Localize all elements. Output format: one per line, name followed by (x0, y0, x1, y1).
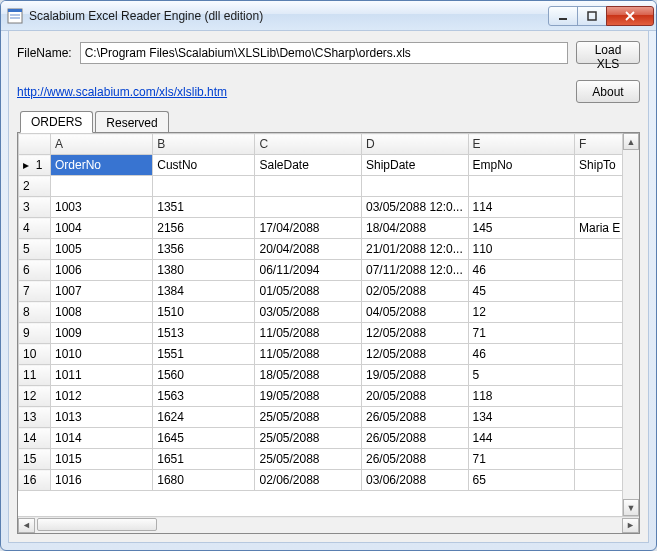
row-header[interactable]: 15 (19, 449, 51, 470)
column-header[interactable]: B (153, 134, 255, 155)
cell[interactable]: 1563 (153, 386, 255, 407)
cell[interactable] (255, 176, 362, 197)
cell[interactable]: ShipDate (362, 155, 469, 176)
table-row[interactable]: ▸ 1OrderNoCustNoSaleDateShipDateEmpNoShi… (19, 155, 639, 176)
close-button[interactable] (606, 6, 654, 26)
row-header[interactable]: 16 (19, 470, 51, 491)
row-header[interactable]: 8 (19, 302, 51, 323)
cell[interactable]: 19/05/2088 (362, 365, 469, 386)
cell[interactable]: 1010 (50, 344, 152, 365)
cell[interactable]: 11/05/2088 (255, 344, 362, 365)
minimize-button[interactable] (548, 6, 578, 26)
row-header[interactable]: 5 (19, 239, 51, 260)
cell[interactable]: 12/05/2088 (362, 344, 469, 365)
cell[interactable]: 1006 (50, 260, 152, 281)
cell[interactable]: 1645 (153, 428, 255, 449)
cell[interactable]: 1510 (153, 302, 255, 323)
cell[interactable]: 1016 (50, 470, 152, 491)
tab-reserved[interactable]: Reserved (95, 111, 168, 133)
cell[interactable]: 145 (468, 218, 575, 239)
cell[interactable]: EmpNo (468, 155, 575, 176)
cell[interactable]: 1513 (153, 323, 255, 344)
table-row[interactable]: 151015165125/05/208826/05/208871 (19, 449, 639, 470)
cell[interactable]: 02/06/2088 (255, 470, 362, 491)
cell[interactable]: 25/05/2088 (255, 449, 362, 470)
filename-input[interactable] (80, 42, 568, 64)
cell[interactable]: 26/05/2088 (362, 428, 469, 449)
cell[interactable]: 1004 (50, 218, 152, 239)
cell[interactable]: 1560 (153, 365, 255, 386)
hscroll-track[interactable] (35, 518, 622, 533)
cell[interactable]: 1551 (153, 344, 255, 365)
cell[interactable]: 04/05/2088 (362, 302, 469, 323)
cell[interactable]: 118 (468, 386, 575, 407)
table-row[interactable]: 71007138401/05/208802/05/208845 (19, 281, 639, 302)
cell[interactable]: 1008 (50, 302, 152, 323)
row-header[interactable]: 11 (19, 365, 51, 386)
cell[interactable]: 134 (468, 407, 575, 428)
cell[interactable]: 12/05/2088 (362, 323, 469, 344)
row-header[interactable]: 12 (19, 386, 51, 407)
cell[interactable]: 1003 (50, 197, 152, 218)
row-header[interactable]: 2 (19, 176, 51, 197)
table-row[interactable]: 61006138006/11/209407/11/2088 12:0...46 (19, 260, 639, 281)
cell[interactable]: 26/05/2088 (362, 407, 469, 428)
vertical-scrollbar[interactable]: ▲ ▼ (622, 133, 639, 516)
table-row[interactable]: 161016168002/06/208803/06/208865 (19, 470, 639, 491)
row-header[interactable]: 13 (19, 407, 51, 428)
scroll-down-arrow[interactable]: ▼ (623, 499, 639, 516)
cell[interactable]: 02/05/2088 (362, 281, 469, 302)
cell[interactable]: 11/05/2088 (255, 323, 362, 344)
cell[interactable] (153, 176, 255, 197)
cell[interactable]: 1651 (153, 449, 255, 470)
table-row[interactable]: 51005135620/04/208821/01/2088 12:0...110 (19, 239, 639, 260)
tab-orders[interactable]: ORDERS (20, 111, 93, 133)
cell[interactable]: 1011 (50, 365, 152, 386)
cell[interactable]: 1351 (153, 197, 255, 218)
cell[interactable]: 12 (468, 302, 575, 323)
cell[interactable]: 71 (468, 323, 575, 344)
cell[interactable]: 21/01/2088 12:0... (362, 239, 469, 260)
cell[interactable]: 1384 (153, 281, 255, 302)
cell[interactable]: 03/06/2088 (362, 470, 469, 491)
cell[interactable]: SaleDate (255, 155, 362, 176)
table-row[interactable]: 91009151311/05/208812/05/208871 (19, 323, 639, 344)
cell[interactable]: 25/05/2088 (255, 428, 362, 449)
cell[interactable]: 19/05/2088 (255, 386, 362, 407)
cell[interactable]: 25/05/2088 (255, 407, 362, 428)
table-row[interactable]: 81008151003/05/208804/05/208812 (19, 302, 639, 323)
vscroll-track[interactable] (623, 150, 639, 499)
row-header[interactable]: ▸ 1 (19, 155, 51, 176)
scroll-left-arrow[interactable]: ◄ (18, 518, 35, 533)
cell[interactable]: 20/04/2088 (255, 239, 362, 260)
cell[interactable]: 5 (468, 365, 575, 386)
about-button[interactable]: About (576, 80, 640, 103)
cell[interactable]: 45 (468, 281, 575, 302)
cell[interactable]: 1007 (50, 281, 152, 302)
homepage-link[interactable]: http://www.scalabium.com/xls/xlslib.htm (17, 85, 227, 99)
cell[interactable]: 03/05/2088 (255, 302, 362, 323)
table-row[interactable]: 31003135103/05/2088 12:0...114 (19, 197, 639, 218)
horizontal-scrollbar[interactable]: ◄ ► (18, 516, 639, 533)
cell[interactable]: CustNo (153, 155, 255, 176)
titlebar[interactable]: Scalabium Excel Reader Engine (dll editi… (1, 1, 656, 31)
cell[interactable]: 03/05/2088 12:0... (362, 197, 469, 218)
row-header[interactable]: 6 (19, 260, 51, 281)
row-header[interactable]: 10 (19, 344, 51, 365)
row-header[interactable]: 9 (19, 323, 51, 344)
cell[interactable]: 1012 (50, 386, 152, 407)
table-row[interactable]: 141014164525/05/208826/05/2088144 (19, 428, 639, 449)
row-header[interactable]: 14 (19, 428, 51, 449)
cell[interactable]: 110 (468, 239, 575, 260)
table-row[interactable]: 121012156319/05/208820/05/2088118 (19, 386, 639, 407)
cell[interactable]: 114 (468, 197, 575, 218)
table-row[interactable]: 41004215617/04/208818/04/2088145Maria E (19, 218, 639, 239)
cell[interactable]: 07/11/2088 12:0... (362, 260, 469, 281)
column-header[interactable]: A (50, 134, 152, 155)
cell[interactable] (362, 176, 469, 197)
row-header[interactable]: 3 (19, 197, 51, 218)
scroll-right-arrow[interactable]: ► (622, 518, 639, 533)
cell[interactable]: 18/04/2088 (362, 218, 469, 239)
corner-header[interactable] (19, 134, 51, 155)
load-xls-button[interactable]: Load XLS (576, 41, 640, 64)
